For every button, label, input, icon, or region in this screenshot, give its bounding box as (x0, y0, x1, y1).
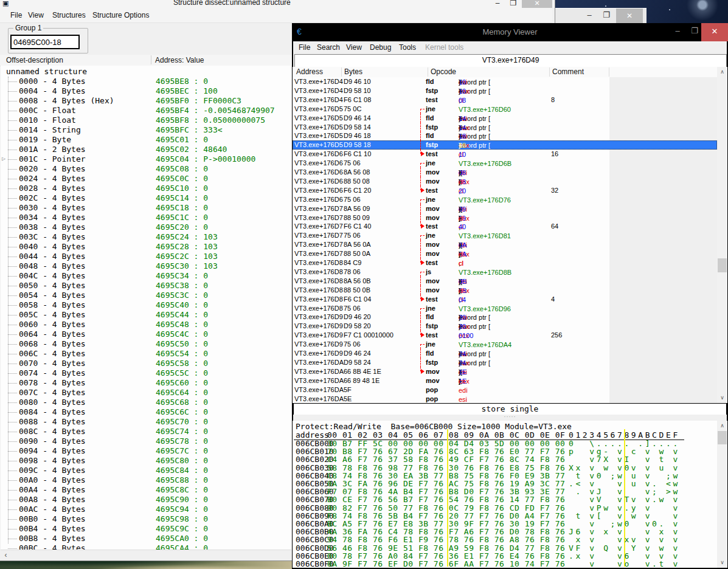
scrollbar-thumb[interactable] (718, 431, 727, 444)
menu-view[interactable]: View (28, 11, 44, 19)
group-address-input[interactable] (10, 35, 80, 49)
struct-row[interactable]: 0088 - 4 Bytes4695C70 : 0 (1, 417, 291, 427)
struct-row[interactable]: 0078 - 4 Bytes4695C60 : 0 (1, 378, 291, 388)
disasm-row[interactable]: VT3.exe+176D675 06jneVT3.exe+176D6B (293, 159, 717, 168)
disasm-row[interactable]: VT3.exe+176D975 06jneVT3.exe+176DA4 (293, 340, 717, 349)
struct-row[interactable]: 0010 - Float4695BF8 : 0.05000000075 (1, 116, 291, 125)
hex-row[interactable]: 006CB08090 82 F7 76 50 77 F8 76 0C 79 F8… (293, 503, 717, 511)
disasm-row-selected[interactable]: VT3.exe+176D5D9 58 18fstpdword ptr [eax+… (293, 140, 717, 150)
disasm-row[interactable]: VT3.exe+176D875 06jneVT3.exe+176D96 (293, 304, 717, 313)
structure-minimize-button[interactable]: – (490, 0, 505, 8)
disasm-row[interactable]: VT3.exe+176D7F6 C1 40testcl,4064 (293, 222, 717, 231)
column-bytes[interactable]: Bytes (344, 67, 362, 76)
disasm-row[interactable]: VT3.exe+176D4F6 C1 08testcl,088 (293, 95, 717, 105)
struct-row[interactable]: 0024 - 4 Bytes4695C0C : 0 (1, 174, 291, 184)
menu-tools[interactable]: Tools (399, 43, 416, 52)
struct-row[interactable]: 0050 - 4 Bytes4695C38 : 0 (1, 281, 291, 291)
struct-row[interactable]: 0094 - 4 Bytes4695C7C : 0 (1, 446, 291, 456)
struct-row[interactable]: 0014 - String4695BFC : 333< (1, 125, 291, 135)
disasm-row[interactable]: VT3.exe+176D884 C9testcl,cl (293, 258, 717, 267)
hex-row[interactable]: 006CB0D056 46 F8 76 9E 51 F8 76 A9 59 F8… (293, 543, 717, 551)
struct-row[interactable]: 0008 - 4 Bytes (Hex)4695BF0 : FF0000C3 (1, 96, 291, 106)
disasm-row[interactable]: VT3.exe+176D4D9 46 10flddword ptr [esi+1… (293, 77, 717, 86)
structure-close-button[interactable]: ✕ (522, 0, 552, 8)
struct-row[interactable]: 0000 - 4 Bytes4695BE8 : 0 (1, 77, 291, 86)
struct-row[interactable]: 0004 - 4 Bytes4695BEC : 100 (1, 86, 291, 96)
struct-row[interactable]: 0084 - 4 Bytes4695C6C : 0 (1, 407, 291, 417)
disasm-row[interactable]: VT3.exe+176D5D9 58 14fstpdword ptr [eax+… (293, 123, 717, 132)
scroll-down-icon[interactable]: ∨ (717, 393, 727, 403)
disasm-row[interactable]: VT3.exe+176D88A 56 0Bmovdl,[esi+0B] (293, 277, 717, 286)
struct-row[interactable]: 009C - 4 Bytes4695C84 : 0 (1, 466, 291, 475)
menu-view[interactable]: View (346, 43, 362, 52)
hex-row[interactable]: 006CB0F08A 9F F7 76 EF D0 F7 76 6F AA F7… (293, 559, 717, 567)
disassembler-scrollbar[interactable]: ∧ ∨ (717, 67, 727, 403)
struct-row[interactable]: 000C - Float4695BF4 : -0.005468749907 (1, 106, 291, 116)
struct-row[interactable]: 003C - 4 Bytes4695C24 : 103 (1, 232, 291, 242)
bg-minimize-button[interactable]: – (581, 9, 597, 23)
column-comment[interactable]: Comment (552, 67, 584, 76)
disasm-row[interactable]: VT3.exe+176D575 0CjneVT3.exe+176D60 (293, 105, 717, 114)
disasm-row[interactable]: VT3.exe+176D9D9 46 20flddword ptr [esi+2… (293, 312, 717, 322)
struct-row[interactable]: 002C - 4 Bytes4695C14 : 0 (1, 193, 291, 203)
pane-splitter[interactable]: ····· (293, 415, 727, 421)
hex-row[interactable]: 006CB0B04A 36 FA 76 C4 78 F8 76 F7 A6 F7… (293, 527, 717, 535)
disasm-row[interactable]: VT3.exe+176D9D9 58 20fstpdword ptr [eax+… (293, 322, 717, 331)
struct-row[interactable]: 00A8 - 4 Bytes4695C90 : 0 (1, 495, 291, 505)
menu-structures[interactable]: Structures (52, 11, 86, 19)
struct-row[interactable]: 0098 - 4 Bytes4695C80 : 0 (1, 456, 291, 466)
struct-row[interactable]: 0090 - 4 Bytes4695C78 : 0 (1, 436, 291, 446)
disasm-row[interactable]: VT3.exe+176D68A 56 08movdl,[esi+08] (293, 168, 717, 177)
hex-row[interactable]: 006CB060F7 07 F8 76 4A B4 F7 76 B8 D0 F7… (293, 487, 717, 495)
struct-row[interactable]: 00A4 - 4 Bytes4695C8C : 0 (1, 485, 291, 495)
struct-row[interactable]: 00B4 - 4 Bytes4695C9C : 0 (1, 524, 291, 534)
struct-row[interactable]: 0020 - 4 Bytes4695C08 : 0 (1, 164, 291, 174)
struct-row[interactable]: 0064 - 4 Bytes4695C4C : 0 (1, 329, 291, 339)
disasm-row[interactable]: VT3.exe+176D788 50 09mov[eax+09],dl (293, 213, 717, 222)
menu-structure-options[interactable]: Structure Options (92, 11, 149, 19)
hex-row[interactable]: 006CB090F8 74 F8 76 5B B4 F7 76 20 77 F7… (293, 511, 717, 519)
structure-horizontal-scrollbar[interactable]: ‹ (1, 550, 291, 560)
column-address[interactable]: Address (296, 67, 323, 76)
disasm-row[interactable]: VT3.exe+176D5D9 46 18flddword ptr [esi+1… (293, 131, 717, 140)
struct-row[interactable]: 0040 - 4 Bytes4695C28 : 103 (1, 242, 291, 252)
struct-row[interactable]: 0034 - 4 Bytes4695C1C : 0 (1, 213, 291, 222)
struct-row[interactable]: ▷001C - Pointer4695C04 : P->00010000 (1, 154, 291, 164)
struct-row[interactable]: 0028 - 4 Bytes4695C10 : 0 (1, 184, 291, 193)
disasm-row[interactable]: VT3.exe+176D5D9 46 14flddword ptr [esi+1… (293, 114, 717, 123)
tree-expander-icon[interactable]: ▷ (2, 155, 5, 162)
struct-row[interactable]: 0044 - 4 Bytes4695C2C : 103 (1, 252, 291, 261)
struct-row[interactable]: 005C - 4 Bytes4695C44 : 0 (1, 310, 291, 320)
disasm-row[interactable]: VT3.exe+176D888 50 0Bmov[eax+0B],dl (293, 286, 717, 295)
hex-row[interactable]: 006CB01070 B8 F7 76 67 2D FA 76 8C 63 F8… (293, 447, 717, 455)
structure-window-titlebar[interactable]: ▣ Structure dissect:unnamed structure – … (0, 0, 555, 8)
bg-close-button[interactable]: ✕ (616, 9, 643, 23)
scrollbar-thumb[interactable] (718, 258, 727, 272)
mv-close-button[interactable]: ✕ (701, 23, 728, 41)
menu-debug[interactable]: Debug (370, 43, 391, 52)
struct-row[interactable]: 00B8 - 4 Bytes4695CA0 : 0 (1, 534, 291, 543)
struct-row[interactable]: 001A - 2 Bytes4695C02 : 48640 (1, 145, 291, 154)
struct-row[interactable]: 0080 - 4 Bytes4695C68 : 0 (1, 398, 291, 407)
hex-row[interactable]: 006CB020C4 A6 F7 76 37 58 F8 76 49 CF F7… (293, 455, 717, 463)
struct-row[interactable]: 00B0 - 4 Bytes4695C98 : 0 (1, 514, 291, 524)
hex-row[interactable]: 006CB0500A 3C FA 76 96 DE F7 76 AC 75 F8… (293, 479, 717, 487)
struct-row[interactable]: 00A0 - 4 Bytes4695C88 : 0 (1, 475, 291, 485)
bg-maximize-button[interactable]: ❐ (598, 9, 614, 23)
mv-maximize-button[interactable]: ❐ (687, 23, 702, 41)
scroll-down-icon[interactable]: ∨ (717, 557, 727, 568)
disasm-row[interactable]: VT3.exe+176D4D9 58 10fstpdword ptr [eax+… (293, 86, 717, 95)
memory-viewer-titlebar[interactable]: € Memory Viewer – ❐ ✕ (292, 23, 728, 41)
disasm-row[interactable]: VT3.exe+176D878 06jsVT3.exe+176D8B (293, 267, 717, 277)
struct-row[interactable]: 0030 - 4 Bytes4695C18 : 0 (1, 203, 291, 213)
column-offset-description[interactable]: Offset-description (6, 56, 63, 64)
disasm-row[interactable]: VT3.exe+176D8F6 C1 04testcl,044 (293, 295, 717, 304)
struct-row[interactable]: 0038 - 4 Bytes4695C20 : 0 (1, 222, 291, 232)
scroll-up-icon[interactable]: ∧ (717, 421, 727, 431)
disasm-row[interactable]: VT3.exe+176DA66 8B 4E 1Emovcx,[esi+1E] (293, 367, 717, 376)
hex-row[interactable]: 006CB0A0BC A5 F7 76 E7 E8 3B 77 30 9F F7… (293, 519, 717, 527)
disasm-row[interactable]: VT3.exe+176D775 06jneVT3.exe+176D81 (293, 231, 717, 240)
hex-row[interactable]: 006CB070B0 CE F7 76 56 B7 F7 76 54 76 F8… (293, 495, 717, 503)
scroll-up-icon[interactable]: ∧ (717, 67, 727, 77)
hex-row[interactable]: 006CB0E000 78 F7 76 A0 84 F7 76 36 E1 F7… (293, 551, 717, 559)
